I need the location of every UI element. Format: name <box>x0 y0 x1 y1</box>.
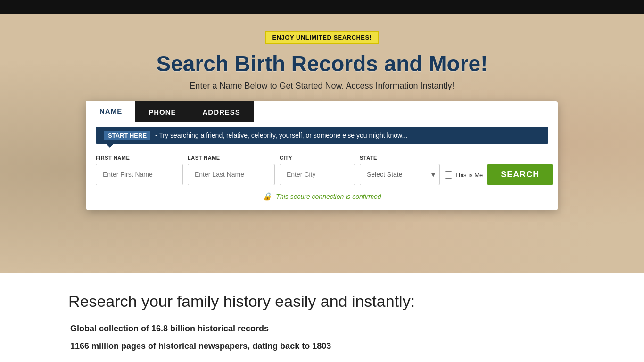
start-here-banner: START HERE - Try searching a friend, rel… <box>96 127 548 144</box>
city-group: CITY <box>280 155 355 185</box>
state-select[interactable]: Select State Alabama Alaska Arizona Cali… <box>360 164 440 185</box>
promo-badge[interactable]: ENJOY UNLIMITED SEARCHES! <box>265 31 380 44</box>
lock-icon: 🔒 <box>263 192 272 201</box>
start-here-label: START HERE <box>104 131 150 140</box>
this-is-me-checkbox[interactable] <box>445 171 452 179</box>
tab-name[interactable]: NAME <box>86 101 135 122</box>
first-name-input[interactable] <box>96 164 183 185</box>
hero-title: Search Birth Records and More! <box>157 51 488 76</box>
last-name-input[interactable] <box>188 164 275 185</box>
secure-connection-row: 🔒 This secure connection is confirmed <box>86 192 558 201</box>
search-form-row: FIRST NAME LAST NAME CITY STATE Select S… <box>86 147 558 185</box>
search-tabs: NAME PHONE ADDRESS <box>86 101 558 122</box>
top-bar <box>0 0 644 14</box>
city-label: CITY <box>280 155 355 161</box>
last-name-group: LAST NAME <box>188 155 275 185</box>
hero-section: ENJOY UNLIMITED SEARCHES! Search Birth R… <box>0 14 644 273</box>
content-title: Research your family history easily and … <box>68 292 576 311</box>
hero-content: ENJOY UNLIMITED SEARCHES! Search Birth R… <box>0 14 644 210</box>
last-name-label: LAST NAME <box>188 155 275 161</box>
hero-subtitle: Enter a Name Below to Get Started Now. A… <box>190 81 454 91</box>
tab-phone[interactable]: PHONE <box>135 101 189 122</box>
search-button-group: SEARCH <box>487 164 553 185</box>
state-group: STATE Select State Alabama Alaska Arizon… <box>360 155 440 185</box>
start-here-text: - Try searching a friend, relative, cele… <box>153 132 407 139</box>
search-card: NAME PHONE ADDRESS START HERE - Try sear… <box>86 101 558 210</box>
first-name-label: FIRST NAME <box>96 155 183 161</box>
this-is-me-label[interactable]: This is Me <box>455 172 483 179</box>
city-input[interactable] <box>280 164 355 185</box>
content-item-1: Global collection of 16.8 billion histor… <box>68 324 576 334</box>
this-is-me-group: This is Me <box>445 171 483 180</box>
tab-address[interactable]: ADDRESS <box>190 101 254 122</box>
content-section: Research your family history easily and … <box>0 273 644 362</box>
search-button[interactable]: SEARCH <box>487 164 553 185</box>
state-label: STATE <box>360 155 440 161</box>
content-item-2: 1166 million pages of historical newspap… <box>68 341 576 351</box>
state-select-wrapper: Select State Alabama Alaska Arizona Cali… <box>360 164 440 185</box>
secure-text: This secure connection is confirmed <box>276 193 381 200</box>
first-name-group: FIRST NAME <box>96 155 183 185</box>
